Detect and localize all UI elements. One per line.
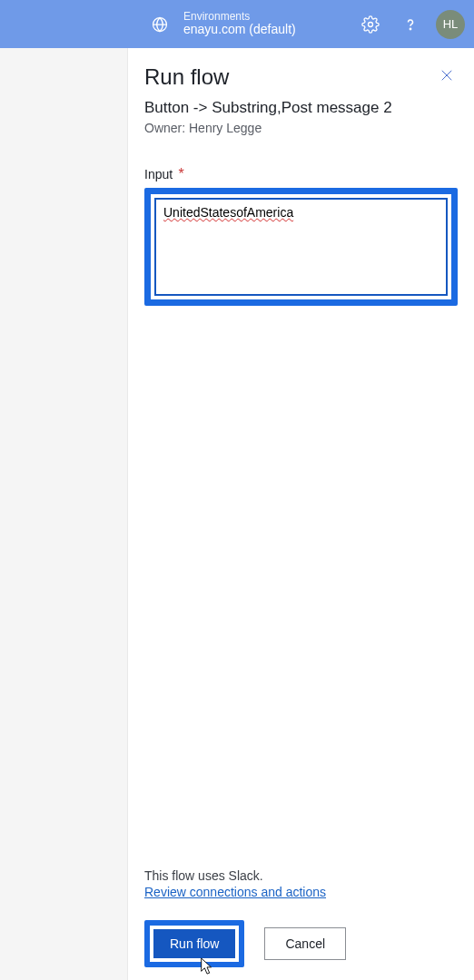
action-button-row: Run flow Cancel <box>144 920 458 967</box>
input-highlight: UnitedStatesofAmerica <box>144 188 458 306</box>
flow-name: Button -> Substring,Post message 2 <box>144 99 458 117</box>
input-label: Input <box>144 167 173 181</box>
input-textarea[interactable]: UnitedStatesofAmerica <box>154 198 448 296</box>
environment-selector[interactable]: Environments enayu.com (default) <box>145 10 296 39</box>
gear-icon <box>361 15 380 34</box>
connector-info: This flow uses Slack. <box>144 868 458 883</box>
user-avatar[interactable]: HL <box>436 10 465 39</box>
run-button-highlight: Run flow <box>144 920 244 967</box>
owner-line: Owner: Henry Legge <box>144 121 458 135</box>
environment-value: enayu.com (default) <box>183 23 296 36</box>
footer-info-block: This flow uses Slack. Review connections… <box>144 868 458 900</box>
help-button[interactable] <box>396 10 425 39</box>
cancel-button[interactable]: Cancel <box>264 927 346 960</box>
close-button[interactable] <box>436 64 458 86</box>
input-field-block: Input * UnitedStatesofAmerica <box>144 166 458 306</box>
panel-title: Run flow <box>144 64 229 90</box>
app-header: Environments enayu.com (default) HL <box>0 0 474 48</box>
run-flow-button[interactable]: Run flow <box>153 929 235 958</box>
input-label-row: Input * <box>144 166 458 182</box>
svg-point-1 <box>369 22 373 26</box>
svg-point-2 <box>410 28 410 29</box>
input-value-text: UnitedStatesofAmerica <box>163 205 293 220</box>
review-connections-link[interactable]: Review connections and actions <box>144 885 326 899</box>
avatar-initials: HL <box>443 17 459 31</box>
environment-icon <box>145 10 174 39</box>
help-icon <box>401 15 420 34</box>
run-flow-panel: Run flow Button -> Substring,Post messag… <box>128 48 474 980</box>
settings-button[interactable] <box>356 10 385 39</box>
cursor-icon <box>199 956 215 976</box>
close-icon <box>439 67 455 83</box>
required-indicator: * <box>179 166 184 181</box>
background-pane <box>0 48 128 980</box>
environments-label: Environments <box>183 11 296 23</box>
